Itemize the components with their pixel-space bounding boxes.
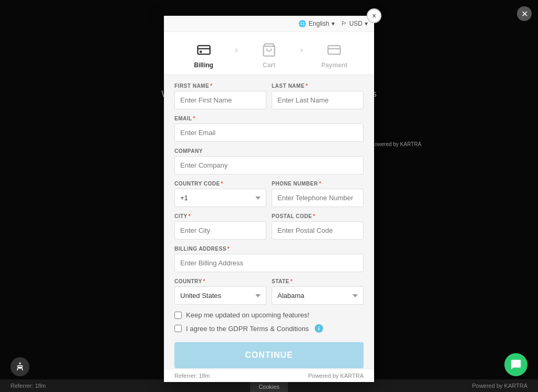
billing-address-row: BILLING ADDRESS* bbox=[174, 246, 364, 272]
first-name-label: FIRST NAME* bbox=[174, 83, 266, 89]
first-name-input[interactable] bbox=[174, 91, 266, 109]
currency-selector[interactable]: 🏳 USD ▾ bbox=[341, 20, 368, 27]
language-label: English bbox=[308, 20, 329, 27]
last-name-input[interactable] bbox=[272, 91, 364, 109]
billing-address-label: BILLING ADDRESS* bbox=[174, 246, 364, 252]
phone-label: PHONE NUMBER* bbox=[272, 181, 364, 187]
email-row: EMAIL* bbox=[174, 116, 364, 142]
country-state-row: COUNTRY* United States Canada United Kin… bbox=[174, 278, 364, 305]
gdpr-checkbox[interactable] bbox=[174, 325, 182, 332]
phone-input[interactable] bbox=[272, 189, 364, 207]
first-name-group: FIRST NAME* bbox=[174, 83, 266, 109]
step-arrow-1: › bbox=[235, 45, 237, 55]
phone-row: COUNTRY CODE* +1 +44 +61 +91 PHONE NUMBE… bbox=[174, 181, 364, 207]
phone-group: PHONE NUMBER* bbox=[272, 181, 364, 207]
payment-icon bbox=[325, 40, 344, 59]
country-code-group: COUNTRY CODE* +1 +44 +61 +91 bbox=[174, 181, 266, 207]
powered-by-label: Powered by KARTRA bbox=[371, 141, 421, 147]
updates-checkbox-label[interactable]: Keep me updated on upcoming features! bbox=[186, 311, 309, 319]
name-row: FIRST NAME* LAST NAME* bbox=[174, 83, 364, 109]
postal-code-input[interactable] bbox=[272, 221, 364, 240]
country-label: COUNTRY* bbox=[174, 278, 266, 284]
step-cart[interactable]: Cart bbox=[240, 40, 298, 69]
footer-powered: Powered by KARTRA bbox=[308, 373, 364, 379]
continue-button[interactable]: CONTINUE bbox=[174, 342, 364, 368]
city-group: CITY* bbox=[174, 213, 266, 240]
page-close-button[interactable]: ✕ bbox=[517, 6, 532, 21]
billing-icon bbox=[194, 40, 213, 59]
country-select[interactable]: United States Canada United Kingdom Aust… bbox=[174, 286, 266, 305]
currency-chevron-icon: ▾ bbox=[365, 20, 368, 27]
updates-checkbox-row: Keep me updated on upcoming features! bbox=[174, 311, 364, 319]
gdpr-checkbox-label[interactable]: I agree to the GDPR Terms & Conditions bbox=[186, 325, 309, 333]
modal-close-button[interactable]: × bbox=[367, 8, 381, 23]
company-row: COMPANY bbox=[174, 148, 364, 174]
checkout-steps: Billing › Cart › Payment bbox=[164, 32, 374, 75]
company-label: COMPANY bbox=[174, 148, 364, 154]
company-group: COMPANY bbox=[174, 148, 364, 174]
email-group: EMAIL* bbox=[174, 116, 364, 142]
accessibility-button[interactable] bbox=[11, 357, 29, 376]
country-code-label: COUNTRY CODE* bbox=[174, 181, 266, 187]
gdpr-checkbox-row: I agree to the GDPR Terms & Conditions i bbox=[174, 324, 364, 333]
cookies-badge[interactable]: Cookies bbox=[250, 381, 288, 392]
step-billing-label: Billing bbox=[194, 61, 213, 69]
language-selector[interactable]: 🌐 English ▾ bbox=[298, 20, 334, 27]
step-billing[interactable]: Billing bbox=[174, 40, 233, 69]
gdpr-info-icon[interactable]: i bbox=[315, 324, 323, 333]
city-input[interactable] bbox=[174, 221, 266, 240]
country-code-select[interactable]: +1 +44 +61 +91 bbox=[174, 189, 266, 207]
svg-rect-3 bbox=[328, 46, 340, 54]
company-input[interactable] bbox=[174, 156, 364, 174]
svg-point-4 bbox=[19, 363, 20, 364]
svg-point-1 bbox=[200, 51, 201, 52]
step-cart-label: Cart bbox=[263, 61, 275, 69]
email-input[interactable] bbox=[174, 123, 364, 142]
state-select[interactable]: Alabama Alaska Arizona California Florid… bbox=[272, 286, 364, 305]
modal-topbar: 🌐 English ▾ 🏳 USD ▾ bbox=[164, 16, 374, 32]
billing-address-group: BILLING ADDRESS* bbox=[174, 246, 364, 272]
currency-flag-icon: 🏳 bbox=[341, 20, 347, 27]
step-arrow-2: › bbox=[301, 45, 303, 55]
city-label: CITY* bbox=[174, 213, 266, 219]
billing-form: FIRST NAME* LAST NAME* EMAIL* bbox=[164, 75, 374, 369]
updates-checkbox[interactable] bbox=[174, 312, 182, 319]
last-name-label: LAST NAME* bbox=[272, 83, 364, 89]
last-name-group: LAST NAME* bbox=[272, 83, 364, 109]
state-group: STATE* Alabama Alaska Arizona California… bbox=[272, 278, 364, 305]
state-label: STATE* bbox=[272, 278, 364, 284]
footer-referrer: Referrer: 1flm bbox=[174, 373, 210, 379]
step-payment-label: Payment bbox=[321, 61, 347, 69]
currency-label: USD bbox=[349, 20, 363, 27]
modal-footer: Referrer: 1flm Powered by KARTRA bbox=[164, 369, 374, 382]
postal-code-label: POSTAL CODE* bbox=[272, 213, 364, 219]
city-postal-row: CITY* POSTAL CODE* bbox=[174, 213, 364, 240]
billing-modal: × 🌐 English ▾ 🏳 USD ▾ Billing › bbox=[164, 16, 374, 382]
bottom-powered: Powered by KARTRA bbox=[472, 383, 527, 389]
bottom-referrer: Referrer: 1flm bbox=[11, 383, 46, 389]
globe-icon: 🌐 bbox=[298, 20, 306, 27]
svg-rect-0 bbox=[198, 46, 210, 54]
billing-address-input[interactable] bbox=[174, 254, 364, 272]
lang-chevron-icon: ▾ bbox=[332, 20, 335, 27]
cart-icon bbox=[260, 40, 278, 59]
country-group: COUNTRY* United States Canada United Kin… bbox=[174, 278, 266, 305]
email-label: EMAIL* bbox=[174, 116, 364, 121]
postal-code-group: POSTAL CODE* bbox=[272, 213, 364, 240]
step-payment[interactable]: Payment bbox=[305, 40, 364, 69]
chat-button[interactable] bbox=[504, 353, 527, 376]
